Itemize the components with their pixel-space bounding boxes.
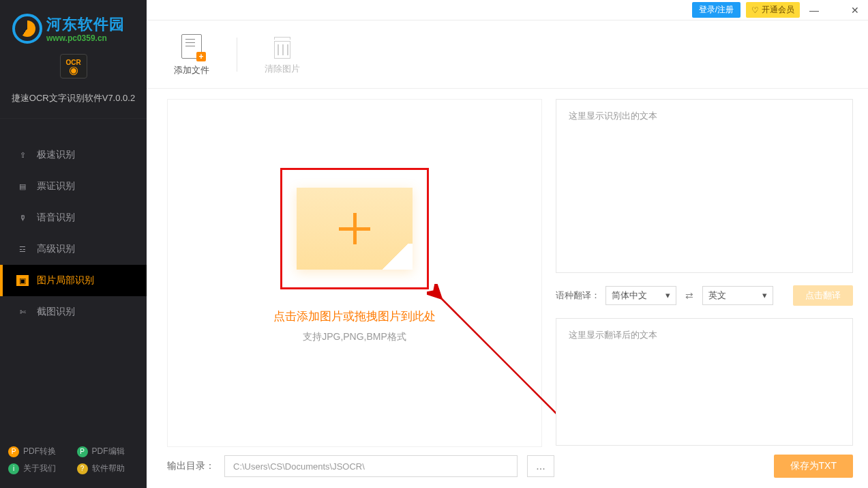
- vip-button[interactable]: ♡ 开通会员: [746, 2, 800, 18]
- translate-row: 语种翻译： 简体中文 ▾ ⇄ 英文 ▾ 点击翻译: [556, 283, 853, 308]
- translate-label: 语种翻译：: [556, 289, 600, 302]
- nav-advanced-ocr[interactable]: ☲ 高级识别: [0, 233, 147, 265]
- add-file-icon: +: [180, 33, 203, 60]
- output-label: 输出目录：: [167, 460, 215, 472]
- nav-ticket-ocr[interactable]: ▤ 票证识别: [0, 171, 147, 202]
- sidebar: 河东软件园 www.pc0359.cn OCR ◉ 捷速OCR文字识别软件V7.…: [0, 0, 147, 488]
- main-area: 点击添加图片或拖拽图片到此处 支持JPG,PNG,BMP格式 这里显示识别出的文…: [147, 89, 868, 488]
- info-icon: i: [8, 463, 19, 474]
- nav-fast-ocr[interactable]: ⇪ 极速识别: [0, 139, 147, 171]
- nav-voice-ocr[interactable]: 🎙 语音识别: [0, 202, 147, 233]
- upload-icon: ⇪: [16, 149, 29, 160]
- lang-to-select[interactable]: 英文 ▾: [702, 286, 773, 305]
- pdf-icon: P: [8, 446, 19, 457]
- output-path-input[interactable]: C:\Users\CS\Documents\JSOCR\: [224, 455, 518, 477]
- link-help[interactable]: ? 软件帮助: [77, 463, 139, 474]
- annotation-highlight: [280, 168, 429, 289]
- app-title: 捷速OCR文字识别软件V7.0.0.2: [0, 85, 147, 119]
- image-icon: ▣: [16, 275, 29, 286]
- nav: ⇪ 极速识别 ▤ 票证识别 🎙 语音识别 ☲ 高级识别 ▣ 图片局部识别 ✄ 截…: [0, 139, 147, 446]
- translate-button[interactable]: 点击翻译: [793, 285, 853, 306]
- card-icon: ▤: [16, 181, 29, 192]
- scissors-icon: ✄: [16, 306, 29, 317]
- recognized-text-box[interactable]: 这里显示识别出的文本: [556, 99, 853, 273]
- link-pdf-edit[interactable]: P PDF编辑: [77, 446, 139, 457]
- brand-url: www.pc0359.cn: [46, 33, 107, 43]
- stack-icon: ☲: [16, 244, 29, 255]
- brand-block: 河东软件园 www.pc0359.cn OCR ◉: [0, 0, 147, 85]
- swap-languages-button[interactable]: ⇄: [682, 288, 697, 303]
- link-about[interactable]: i 关于我们: [8, 463, 70, 474]
- link-pdf-convert[interactable]: P PDF转换: [8, 446, 70, 457]
- drop-title: 点击添加图片或拖拽图片到此处: [273, 308, 436, 324]
- minimize-button[interactable]: —: [808, 4, 820, 16]
- recognized-placeholder: 这里显示识别出的文本: [569, 111, 657, 121]
- nav-screenshot-ocr[interactable]: ✄ 截图识别: [0, 296, 147, 328]
- window-header: 登录/注册 ♡ 开通会员 — ✕: [147, 0, 868, 20]
- right-column: 这里显示识别出的文本 语种翻译： 简体中文 ▾ ⇄ 英文 ▾ 点击翻译 这里显示…: [556, 99, 853, 446]
- brand-name: 河东软件园: [46, 14, 125, 35]
- translated-placeholder: 这里显示翻译后的文本: [569, 330, 657, 340]
- nav-label: 语音识别: [37, 212, 75, 224]
- nav-image-region-ocr[interactable]: ▣ 图片局部识别: [0, 265, 147, 296]
- brand-logo: 河东软件园 www.pc0359.cn: [7, 10, 136, 51]
- brand-logo-icon: [12, 14, 42, 44]
- save-txt-button[interactable]: 保存为TXT: [774, 455, 853, 478]
- nav-label: 高级识别: [37, 243, 75, 255]
- login-button[interactable]: 登录/注册: [692, 2, 740, 18]
- eye-icon: ◉: [69, 66, 78, 74]
- maximize-button[interactable]: [828, 4, 841, 16]
- svg-line-0: [440, 298, 570, 427]
- nav-label: 截图识别: [37, 306, 75, 318]
- trash-icon: [273, 37, 292, 59]
- translated-text-box[interactable]: 这里显示翻译后的文本: [556, 318, 853, 446]
- chevron-down-icon: ▾: [665, 290, 670, 300]
- nav-label: 极速识别: [37, 149, 75, 161]
- drop-subtitle: 支持JPG,PNG,BMP格式: [303, 331, 406, 343]
- image-placeholder-icon: [297, 188, 413, 270]
- nav-label: 票证识别: [37, 180, 75, 192]
- pdf-icon: P: [77, 446, 88, 457]
- close-button[interactable]: ✕: [849, 4, 861, 16]
- sidebar-footer-links: P PDF转换 P PDF编辑 i 关于我们 ? 软件帮助: [0, 446, 147, 488]
- drop-zone[interactable]: 点击添加图片或拖拽图片到此处 支持JPG,PNG,BMP格式: [167, 99, 542, 447]
- add-file-button[interactable]: + 添加文件: [174, 33, 209, 76]
- ocr-badge-icon: OCR ◉: [60, 54, 87, 78]
- browse-button[interactable]: ...: [527, 455, 554, 477]
- chevron-down-icon: ▾: [762, 290, 767, 300]
- mic-icon: 🎙: [16, 212, 29, 223]
- nav-label: 图片局部识别: [37, 274, 94, 287]
- toolbar: + 添加文件 清除图片: [147, 20, 868, 89]
- help-icon: ?: [77, 463, 88, 474]
- lang-from-select[interactable]: 简体中文 ▾: [605, 286, 676, 305]
- bottom-bar: 输出目录： C:\Users\CS\Documents\JSOCR\ ... 保…: [167, 454, 853, 478]
- toolbar-separator: [237, 38, 237, 72]
- diamond-icon: ♡: [751, 5, 759, 15]
- clear-images-button[interactable]: 清除图片: [265, 34, 300, 75]
